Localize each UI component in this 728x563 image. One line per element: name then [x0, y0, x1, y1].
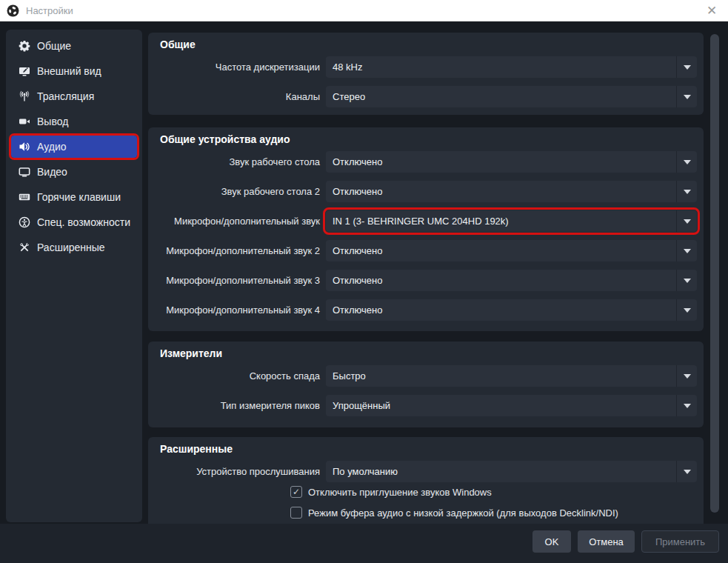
field-label: Звук рабочего стола 2 [148, 181, 320, 202]
mic-aux-row: Микрофон/дополнительный звук IN 1 (3- BE… [148, 210, 704, 232]
mic-aux-4-dropdown[interactable]: Отключено [326, 299, 697, 321]
cancel-button[interactable]: Отмена [578, 530, 635, 553]
field-label: Тип измерителя пиков [148, 395, 320, 416]
desktop-audio-2-row: Звук рабочего стола 2 Отключено [148, 181, 704, 202]
sidebar-item-label: Общие [37, 40, 71, 52]
section-title: Общие устройства аудио [160, 133, 290, 145]
accessibility-icon [18, 216, 30, 229]
dropdown-arrow-button[interactable] [676, 240, 697, 261]
low-latency-audio-checkbox[interactable]: Режим буфера аудио с низкой задержкой (д… [290, 507, 618, 519]
apply-button[interactable]: Применить [641, 530, 719, 553]
sidebar-item-general[interactable]: Общие [11, 35, 137, 57]
sidebar-item-label: Спец. возможности [37, 216, 130, 228]
dropdown-arrow-button[interactable] [676, 181, 697, 202]
section-title: Общие [160, 39, 196, 50]
checkbox-checked-icon[interactable]: ✓ [290, 486, 302, 498]
footer-bar: OK Отмена Применить [0, 524, 728, 563]
section-title: Измерители [160, 347, 222, 359]
keyboard-icon [18, 191, 30, 204]
obs-logo-icon [7, 4, 19, 17]
sidebar-item-accessibility[interactable]: Спец. возможности [11, 211, 137, 233]
channels-row: Каналы Стерео [148, 86, 704, 107]
disable-windows-ducking-checkbox[interactable]: ✓ Отключить приглушение звуков Windows [290, 486, 492, 498]
chevron-down-icon [684, 65, 691, 70]
decay-rate-row: Скорость спада Быстро [148, 365, 704, 387]
sidebar-item-label: Расширенные [37, 241, 105, 253]
chevron-down-icon [684, 308, 691, 313]
dropdown-value: Отключено [326, 245, 676, 256]
gear-icon [18, 40, 30, 53]
dropdown-arrow-button[interactable] [676, 365, 697, 387]
mic-aux-3-dropdown[interactable]: Отключено [326, 270, 697, 291]
dropdown-arrow-button[interactable] [676, 270, 697, 291]
chevron-down-icon [684, 470, 691, 474]
decay-rate-dropdown[interactable]: Быстро [326, 365, 697, 387]
dropdown-value: Отключено [326, 186, 676, 197]
ok-button[interactable]: OK [532, 530, 571, 553]
dropdown-arrow-button[interactable] [676, 299, 697, 321]
dropdown-arrow-button[interactable] [676, 210, 697, 232]
section-meters: Измерители Скорость спада Быстро Тип изм… [148, 342, 704, 427]
chevron-down-icon [684, 219, 691, 224]
chevron-down-icon [684, 160, 691, 164]
mic-aux-3-row: Микрофон/дополнительный звук 3 Отключено [148, 270, 704, 291]
sidebar-item-advanced[interactable]: Расширенные [11, 236, 137, 259]
section-title: Расширенные [160, 443, 233, 455]
chevron-down-icon [684, 249, 691, 253]
sidebar-item-appearance[interactable]: Внешний вид [11, 60, 137, 82]
sidebar-item-audio[interactable]: Аудио [11, 136, 137, 158]
sidebar-item-video[interactable]: Видео [11, 161, 137, 183]
desktop-audio-row: Звук рабочего стола Отключено [148, 151, 704, 173]
section-audio-devices: Общие устройства аудио Звук рабочего сто… [148, 127, 704, 331]
sidebar-item-hotkeys[interactable]: Горячие клавиши [11, 186, 137, 208]
checkbox-unchecked-icon[interactable] [290, 507, 302, 519]
desktop-audio-2-dropdown[interactable]: Отключено [326, 181, 697, 202]
field-label: Микрофон/дополнительный звук 4 [148, 299, 320, 321]
tools-icon [18, 241, 30, 254]
sidebar-item-label: Аудио [37, 141, 67, 153]
chevron-down-icon [684, 404, 691, 408]
field-label: Микрофон/дополнительный звук 3 [148, 270, 320, 291]
settings-sidebar: Общие Внешний вид Трансляция [6, 30, 142, 522]
dropdown-value: Отключено [326, 304, 676, 316]
window-title: Настройки [26, 5, 73, 16]
dropdown-arrow-button[interactable] [676, 395, 697, 416]
sidebar-item-label: Внешний вид [37, 65, 101, 77]
dropdown-arrow-button[interactable] [676, 86, 697, 107]
field-label: Устройство прослушивания [148, 461, 320, 482]
dropdown-value: IN 1 (3- BEHRINGER UMC 204HD 192k) [326, 216, 676, 227]
appearance-icon [18, 65, 30, 78]
obs-settings-window: { "window": { "title": "Настройки", "clo… [0, 0, 728, 563]
checkbox-label: Режим буфера аудио с низкой задержкой (д… [308, 507, 618, 519]
sample-rate-row: Частота дискретизации 48 kHz [148, 56, 704, 78]
dropdown-arrow-button[interactable] [676, 461, 697, 482]
dropdown-arrow-button[interactable] [676, 56, 697, 78]
sample-rate-dropdown[interactable]: 48 kHz [326, 56, 697, 78]
mic-aux-2-row: Микрофон/дополнительный звук 2 Отключено [148, 240, 704, 261]
mic-aux-dropdown-highlighted[interactable]: IN 1 (3- BEHRINGER UMC 204HD 192k) [326, 210, 697, 232]
mic-aux-4-row: Микрофон/дополнительный звук 4 Отключено [148, 299, 704, 321]
dropdown-value: 48 kHz [326, 61, 676, 73]
sidebar-item-label: Горячие клавиши [37, 191, 121, 203]
field-label: Каналы [148, 86, 320, 107]
vertical-scrollbar[interactable] [710, 34, 719, 513]
speaker-icon [18, 141, 30, 153]
output-icon [18, 116, 30, 128]
chevron-down-icon [684, 279, 691, 283]
sidebar-item-output[interactable]: Вывод [11, 110, 137, 133]
mic-aux-2-dropdown[interactable]: Отключено [326, 240, 697, 261]
channels-dropdown[interactable]: Стерео [326, 86, 697, 107]
monitoring-device-dropdown[interactable]: По умолчанию [326, 461, 697, 482]
desktop-audio-dropdown[interactable]: Отключено [326, 151, 697, 173]
dropdown-arrow-button[interactable] [676, 151, 697, 173]
chevron-down-icon [684, 374, 691, 379]
dropdown-value: Отключено [326, 275, 676, 286]
close-icon[interactable]: ✕ [704, 3, 720, 19]
peak-meter-type-dropdown[interactable]: Упрощённый [326, 395, 697, 416]
sidebar-item-label: Вывод [37, 116, 68, 127]
field-label: Микрофон/дополнительный звук 2 [148, 240, 320, 261]
titlebar: Настройки ✕ [0, 0, 728, 21]
sidebar-item-stream[interactable]: Трансляция [11, 85, 137, 107]
dropdown-value: По умолчанию [326, 466, 676, 477]
field-label: Микрофон/дополнительный звук [148, 210, 320, 232]
